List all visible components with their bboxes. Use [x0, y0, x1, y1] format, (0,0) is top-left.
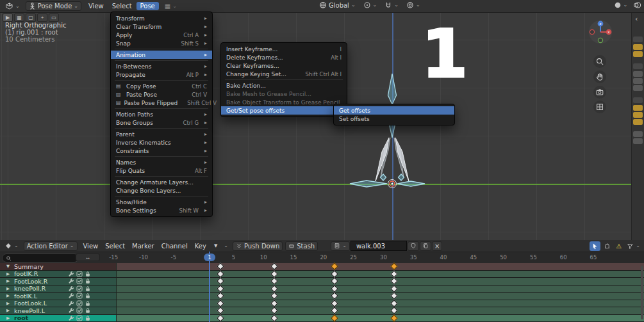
warning-icon-button[interactable]: ⚠: [614, 241, 623, 251]
menu-item-motion-paths[interactable]: Motion Paths▸: [111, 110, 212, 118]
keyframe-diamond[interactable]: [331, 278, 338, 285]
ghost-icon-button[interactable]: [602, 241, 613, 251]
keyframe-diamond[interactable]: [217, 285, 224, 292]
menu-item-clear-keyframes[interactable]: Clear Keyframes...: [221, 61, 347, 70]
unlink-action-button[interactable]: ×: [432, 241, 442, 251]
menu-item-bone-settings[interactable]: Bone SettingsShift W▸: [111, 206, 212, 214]
menu-select[interactable]: Select: [102, 242, 128, 250]
expand-arrow-icon[interactable]: ▶: [6, 293, 12, 298]
fake-user-button[interactable]: [408, 241, 419, 251]
wrench-icon[interactable]: [68, 286, 74, 292]
menu-item-change-keying-set[interactable]: Change Keying Set...Shift Ctrl Alt I: [221, 70, 347, 78]
new-action-button[interactable]: [420, 241, 431, 251]
menu-item-names[interactable]: Names▸: [111, 158, 212, 166]
push-down-button[interactable]: Push Down: [233, 241, 283, 251]
mode-options-dropdown[interactable]: ▦ ⌄: [162, 1, 179, 11]
keyframe-lane[interactable]: [117, 300, 644, 307]
menu-item-show-hide[interactable]: Show/Hide▸: [111, 198, 212, 206]
keyframe-diamond[interactable]: [271, 270, 278, 277]
pan-hand-icon-button[interactable]: [593, 70, 606, 83]
wrench-icon[interactable]: [68, 307, 74, 314]
checkbox-icon[interactable]: [76, 293, 83, 299]
toggle-ortho-icon-button[interactable]: [593, 101, 606, 113]
keyframe-lane[interactable]: [117, 278, 644, 285]
wrench-icon[interactable]: [68, 315, 74, 321]
panel-field-stub[interactable]: [633, 85, 643, 91]
panel-field-stub[interactable]: [633, 78, 643, 84]
wrench-icon[interactable]: [68, 300, 74, 307]
expand-arrow-icon[interactable]: ▶: [6, 316, 12, 321]
action-name-field[interactable]: walk.003: [351, 241, 407, 251]
menu-item-animation[interactable]: Animation▸: [111, 51, 212, 59]
menu-item-paste-pose[interactable]: ▤Paste PoseCtrl V: [111, 90, 212, 99]
menu-item-flip-quats[interactable]: Flip QuatsAlt F: [111, 166, 212, 175]
keyframe-diamond[interactable]: [391, 263, 398, 270]
menu-select[interactable]: Select: [108, 2, 136, 10]
keyframe-diamond[interactable]: [271, 314, 278, 321]
menu-item-parent[interactable]: Parent▸: [111, 130, 212, 138]
keyframe-diamond[interactable]: [331, 293, 338, 300]
lock-icon[interactable]: [85, 286, 91, 292]
tool-move-button[interactable]: +: [37, 13, 47, 22]
mode-selector[interactable]: Pose Mode ⌄: [26, 1, 81, 11]
menu-item-bone-groups[interactable]: Bone GroupsCtrl G▸: [111, 118, 212, 127]
proportional-edit-dropdown[interactable]: ⌄: [406, 1, 420, 9]
keyframe-diamond[interactable]: [271, 307, 278, 314]
keyframe-diamond[interactable]: [391, 307, 398, 314]
editor-type-button[interactable]: ⌄: [3, 1, 22, 11]
filter-funnel-button[interactable]: ⌄: [625, 241, 642, 251]
tool-tweak-button[interactable]: ▶: [3, 13, 13, 22]
menu-item-paste-pose-flipped[interactable]: ▤Paste Pose FlippedShift Ctrl V: [111, 99, 212, 107]
channel-name-box[interactable]: ▶kneePoll.L: [0, 307, 117, 314]
panel-field-stub[interactable]: [633, 97, 643, 103]
overlays-dropdown[interactable]: ⌄: [633, 1, 644, 9]
channel-name-box[interactable]: ▶FootLook.R: [0, 278, 117, 285]
menu-pose[interactable]: Pose: [136, 2, 159, 10]
keyframe-diamond[interactable]: [217, 293, 224, 300]
lock-icon[interactable]: [85, 315, 91, 321]
dope-scrollbar[interactable]: [641, 266, 643, 319]
keyframe-diamond[interactable]: [271, 263, 278, 270]
menu-item-propagate[interactable]: PropagateAlt P▸: [111, 70, 212, 79]
channel-name-box[interactable]: ▶footIK.R: [0, 271, 117, 278]
keyframe-lane[interactable]: [117, 307, 644, 314]
panel-field-stub[interactable]: [633, 138, 643, 144]
keyframe-diamond[interactable]: [391, 293, 398, 300]
menu-item-constraints[interactable]: Constraints▸: [111, 147, 212, 155]
keyframe-diamond[interactable]: [217, 263, 224, 270]
menu-item-get-set-pose-offsets[interactable]: Get/Set pose offsets▸: [221, 106, 347, 115]
keyframe-diamond[interactable]: [217, 270, 224, 277]
menu-item-transform[interactable]: Transform▸: [111, 14, 212, 22]
keyframe-lane[interactable]: [117, 263, 644, 270]
editor-type-button[interactable]: ⌄: [2, 241, 21, 251]
dropdown-icon-button[interactable]: ▼: [212, 241, 219, 251]
camera-view-icon-button[interactable]: [593, 86, 606, 99]
channel-name-box[interactable]: ▶FootLook.L: [0, 300, 117, 307]
keyframe-diamond[interactable]: [331, 314, 338, 321]
stash-button[interactable]: Stash: [285, 241, 318, 251]
lock-icon[interactable]: [85, 278, 91, 284]
keyframe-diamond[interactable]: [391, 278, 398, 285]
keyframe-diamond[interactable]: [217, 278, 224, 285]
expand-arrow-icon[interactable]: ▶: [6, 308, 12, 313]
keyframe-diamond[interactable]: [391, 270, 398, 277]
browse-action-button[interactable]: ⌄: [331, 241, 350, 251]
menu-item-snap[interactable]: SnapShift S▸: [111, 39, 212, 47]
keyframe-diamond[interactable]: [331, 307, 338, 314]
panel-field-stub[interactable]: [633, 51, 643, 57]
shading-dropdown[interactable]: ⌄: [614, 1, 628, 9]
keyframe-diamond[interactable]: [391, 300, 398, 307]
panel-field-stub[interactable]: [633, 131, 643, 137]
channel-name-box[interactable]: ▶footIK.L: [0, 293, 117, 300]
keyframe-diamond[interactable]: [331, 285, 338, 292]
keyframe-diamond[interactable]: [391, 285, 398, 292]
pointer-icon-button[interactable]: [590, 241, 600, 251]
keyframe-diamond[interactable]: [271, 285, 278, 292]
tool-select-box-button[interactable]: ▦: [14, 13, 24, 22]
keyframe-diamond[interactable]: [331, 263, 338, 270]
keyframe-diamond[interactable]: [271, 293, 278, 300]
keyframe-lane[interactable]: [117, 315, 644, 322]
menu-item-apply[interactable]: ApplyCtrl A▸: [111, 31, 212, 39]
chevron-left-icon[interactable]: ‹: [635, 15, 638, 23]
checkbox-icon[interactable]: [76, 315, 83, 321]
